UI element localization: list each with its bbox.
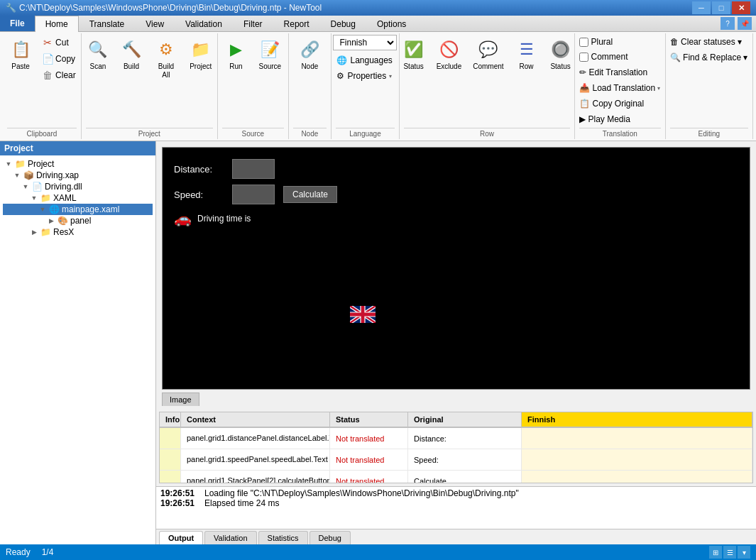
- node-button[interactable]: 🔗 Node: [293, 35, 326, 75]
- scan-button[interactable]: 🔍 Scan: [82, 35, 114, 75]
- status-small-button[interactable]: 🔘 Status: [544, 35, 577, 75]
- maximize-button[interactable]: □: [712, 1, 730, 14]
- bottom-tab-output[interactable]: Output: [159, 531, 203, 544]
- root-expand[interactable]: ▼: [4, 160, 13, 168]
- tab-debug[interactable]: Debug: [320, 16, 366, 32]
- build-all-button[interactable]: ⚙ Build All: [149, 35, 184, 83]
- row-button[interactable]: ☰ Row: [510, 35, 543, 75]
- tree-item-driving-xap[interactable]: ▼ 📦 Driving.xap: [3, 170, 153, 181]
- speed-input[interactable]: [232, 185, 275, 204]
- row2-status: Not translated: [330, 449, 408, 470]
- paste-button[interactable]: 📋 Paste: [4, 35, 37, 75]
- list-view-button[interactable]: ☰: [723, 546, 736, 559]
- tree-item-mainpage[interactable]: ▼ 🌐 mainpage.xaml: [3, 204, 153, 215]
- copy-original-label: Copy Original: [592, 99, 644, 109]
- tab-filter[interactable]: Filter: [233, 16, 273, 32]
- tab-file[interactable]: File: [0, 16, 35, 31]
- plural-checkbox[interactable]: [579, 38, 588, 47]
- dll-expand[interactable]: ▼: [21, 182, 30, 191]
- comment-check-button[interactable]: Comment: [576, 50, 631, 64]
- col-header-finnish: Finnish: [522, 412, 752, 427]
- clear-statuses-button[interactable]: 🗑 Clear statuses ▾: [667, 35, 745, 49]
- ribbon-group-source: ▶ Run 📝 Source Source: [218, 33, 289, 139]
- tab-translate[interactable]: Translate: [79, 16, 136, 32]
- table-row[interactable]: panel.grid1.StackPanel[2].calculateButto…: [160, 471, 752, 483]
- clear-button[interactable]: 🗑 Clear: [38, 67, 80, 83]
- panel-expand[interactable]: ▶: [47, 216, 55, 225]
- tab-view[interactable]: View: [135, 16, 175, 32]
- close-button[interactable]: ✕: [732, 1, 750, 14]
- xaml-expand[interactable]: ▼: [30, 194, 38, 202]
- row1-info: [160, 428, 181, 449]
- tree-item-driving-dll[interactable]: ▼ 📄 Driving.dll: [3, 181, 153, 192]
- clear-statuses-label: Clear statuses ▾: [681, 37, 742, 47]
- tab-report[interactable]: Report: [273, 16, 320, 32]
- resx-expand[interactable]: ▶: [30, 228, 38, 236]
- settings-button[interactable]: ▾: [738, 546, 750, 559]
- tree-item-root[interactable]: ▼ 📁 Project: [3, 158, 153, 170]
- ribbon-group-language-inner: Finnish 🌐 Languages ⚙ Properties ▾: [333, 35, 397, 126]
- resx-label: ResX: [53, 227, 74, 237]
- log-msg-2: Elapsed time 24 ms: [204, 498, 279, 508]
- comment-large-button[interactable]: 💬 Comment: [468, 35, 508, 75]
- ribbon-group-translation-inner: Plural Comment ✏ Edit Translation 📥 Load…: [576, 35, 664, 126]
- help-button[interactable]: ?: [721, 17, 735, 30]
- play-media-button[interactable]: ▶ Play Media: [576, 112, 633, 126]
- plural-button[interactable]: Plural: [576, 35, 631, 49]
- copy-button[interactable]: 📄 Copy: [38, 51, 80, 67]
- load-translation-label: Load Translation: [592, 83, 655, 93]
- preview-inner: Distance: Speed: Calculate 🚗 Driving tim…: [163, 148, 390, 389]
- row1-finnish[interactable]: [522, 428, 752, 449]
- xap-expand[interactable]: ▼: [13, 171, 21, 180]
- load-translation-button[interactable]: 📥 Load Translation ▾: [576, 81, 664, 95]
- languages-label: Languages: [350, 55, 392, 65]
- find-replace-label: Find & Replace ▾: [683, 53, 747, 62]
- mainpage-expand[interactable]: ▼: [38, 205, 47, 214]
- ribbon-group-source-inner: ▶ Run 📝 Source: [219, 35, 286, 126]
- xap-label: Driving.xap: [36, 170, 79, 180]
- grid-view-button[interactable]: ⊞: [709, 546, 722, 559]
- status-large-button[interactable]: ✅ Status: [398, 35, 430, 75]
- source-button[interactable]: 📝 Source: [253, 35, 286, 75]
- row2-finnish[interactable]: [522, 449, 752, 470]
- languages-button[interactable]: 🌐 Languages: [333, 53, 395, 67]
- bottom-tab-statistics[interactable]: Statistics: [258, 531, 308, 544]
- ribbon-group-project-inner: 🔍 Scan 🔨 Build ⚙ Build All 📁 Project: [82, 35, 217, 126]
- row3-finnish[interactable]: [522, 471, 752, 483]
- run-button[interactable]: ▶ Run: [219, 35, 252, 75]
- title-bar: 🔧 C:\NT\Deploy\Samples\WindowsPhone\Driv…: [0, 0, 756, 16]
- tree-item-resx[interactable]: ▶ 📁 ResX: [3, 226, 153, 238]
- paste-icon: 📋: [9, 38, 32, 61]
- table-row[interactable]: panel.grid1.speedPanel.speedLabel.Text N…: [160, 449, 752, 471]
- edit-translation-button[interactable]: ✏ Edit Translation: [576, 65, 651, 79]
- project-button[interactable]: 📁 Project: [185, 35, 217, 75]
- table-row[interactable]: panel.grid1.distancePanel.distanceLabel.…: [160, 428, 752, 449]
- ribbon-group-editing: 🗑 Clear statuses ▾ 🔍 Find & Replace ▾ Ed…: [666, 33, 753, 139]
- scan-label: Scan: [89, 62, 106, 71]
- ribbon-group-clipboard-inner: 📋 Paste ✂ Cut 📄 Copy 🗑 Clear: [4, 35, 80, 126]
- ribbon-group-row: ✅ Status 🚫 Exclude 💬 Comment ☰ Row 🔘: [400, 33, 575, 139]
- exclude-button[interactable]: 🚫 Exclude: [432, 35, 467, 75]
- ribbon-pin-button[interactable]: 📌: [738, 17, 752, 30]
- tree-item-panel[interactable]: ▶ 🎨 panel: [3, 215, 153, 226]
- comment-checkbox[interactable]: [579, 53, 588, 62]
- tree-item-xaml[interactable]: ▼ 📁 XAML: [3, 192, 153, 204]
- distance-input[interactable]: [232, 159, 275, 179]
- tab-home[interactable]: Home: [35, 16, 79, 32]
- bottom-tab-validation[interactable]: Validation: [204, 531, 257, 544]
- cut-button[interactable]: ✂ Cut: [38, 35, 80, 50]
- build-button[interactable]: 🔨 Build: [115, 35, 147, 75]
- minimize-button[interactable]: ─: [692, 1, 711, 14]
- find-replace-button[interactable]: 🔍 Find & Replace ▾: [667, 50, 751, 65]
- image-tab[interactable]: Image: [162, 392, 199, 406]
- copy-original-button[interactable]: 📋 Copy Original: [576, 97, 647, 111]
- source-group-label: Source: [222, 128, 284, 138]
- language-select[interactable]: Finnish: [333, 35, 397, 50]
- calculate-button[interactable]: Calculate: [283, 186, 337, 203]
- title-controls: ─ □ ✕: [692, 1, 750, 14]
- bottom-tab-debug[interactable]: Debug: [309, 531, 351, 544]
- properties-button[interactable]: ⚙ Properties ▾: [333, 69, 395, 83]
- image-tab-container: Image: [159, 392, 753, 406]
- tab-validation[interactable]: Validation: [175, 16, 233, 32]
- tab-options[interactable]: Options: [366, 16, 417, 32]
